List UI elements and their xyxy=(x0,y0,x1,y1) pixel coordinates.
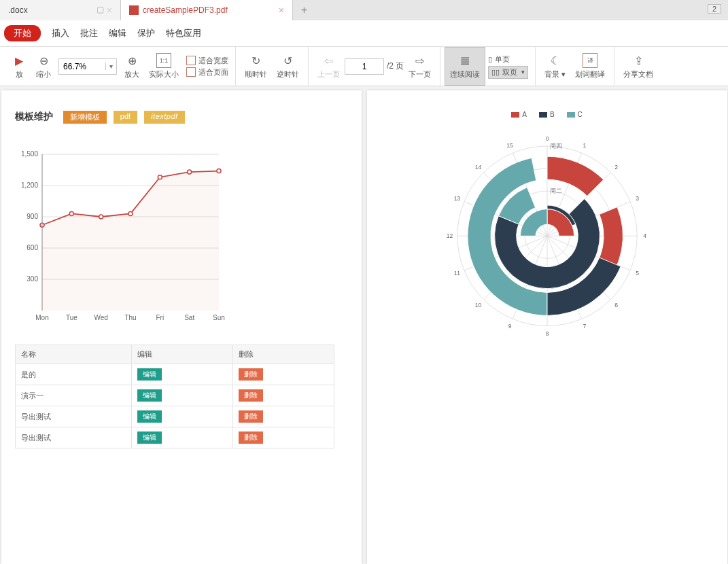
pdf-icon xyxy=(129,5,139,15)
menu-start[interactable]: 开始 xyxy=(4,25,41,41)
svg-text:Sun: Sun xyxy=(213,314,225,321)
chevron-down-icon[interactable]: ▾ xyxy=(521,69,525,75)
svg-text:Sat: Sat xyxy=(184,314,194,321)
svg-point-15 xyxy=(187,170,191,174)
moon-icon: ☾ xyxy=(548,53,563,68)
svg-point-14 xyxy=(158,175,162,179)
document-viewport[interactable]: 模板维护 新增模板 pdf itextpdf 3006009001,2001,5… xyxy=(0,86,728,564)
background-button[interactable]: ☾背景 ▾ xyxy=(540,47,570,86)
zoom-select[interactable]: ▾ xyxy=(58,58,117,75)
edit-button[interactable]: 编辑 xyxy=(137,410,162,423)
document-tab-bar: .docx ▢ × createSamplePDF3.pdf × + 2 xyxy=(0,0,728,20)
menu-protect[interactable]: 保护 xyxy=(137,27,155,39)
svg-text:1: 1 xyxy=(583,142,586,149)
double-page-icon: ▯▯ xyxy=(491,68,500,77)
svg-text:8: 8 xyxy=(545,330,549,337)
table-row: 是的编辑删除 xyxy=(15,364,334,385)
svg-text:0: 0 xyxy=(545,135,549,142)
rotate-cw-icon: ↻ xyxy=(249,53,264,68)
menu-bar: 开始 插入 批注 编辑 保护 特色应用 xyxy=(0,20,728,47)
rotate-cw-button[interactable]: ↻顺时针 xyxy=(240,47,272,86)
svg-text:10: 10 xyxy=(474,302,481,309)
zoom-out-button[interactable]: ⊖缩小 xyxy=(31,47,56,86)
svg-text:15: 15 xyxy=(506,142,513,149)
close-icon[interactable]: × xyxy=(107,5,112,16)
menu-comment[interactable]: 批注 xyxy=(80,27,98,39)
table-header: 删除 xyxy=(232,345,334,364)
fit-width-button[interactable]: 适合宽度 xyxy=(186,56,228,66)
svg-text:6: 6 xyxy=(614,302,618,309)
svg-text:1,500: 1,500 xyxy=(20,150,37,158)
legend-item: C xyxy=(567,111,583,118)
table-header: 编辑 xyxy=(131,345,232,364)
continuous-icon: 𝌆 xyxy=(457,53,472,68)
table-row: 导出测试编辑删除 xyxy=(15,427,334,448)
share-button[interactable]: ⇪分享文档 xyxy=(619,47,658,86)
rotate-ccw-icon: ↺ xyxy=(281,53,296,68)
svg-text:2: 2 xyxy=(614,164,618,171)
delete-button[interactable]: 删除 xyxy=(239,368,263,381)
close-icon[interactable]: × xyxy=(279,5,284,16)
edit-button[interactable]: 编辑 xyxy=(137,389,162,402)
single-page-button[interactable]: ▯单页 xyxy=(488,54,528,65)
fit-width-icon xyxy=(186,56,196,65)
svg-point-13 xyxy=(128,211,133,215)
svg-text:12: 12 xyxy=(446,232,453,239)
page-number-input[interactable] xyxy=(345,58,384,75)
prev-page-button[interactable]: ⇦上一页 xyxy=(313,47,345,86)
chevron-down-icon[interactable]: ▾ xyxy=(105,63,116,70)
fit-page-button[interactable]: 适合页面 xyxy=(186,67,228,77)
svg-text:13: 13 xyxy=(453,195,460,202)
actual-size-button[interactable]: 1:1实际大小 xyxy=(144,47,184,86)
edit-button[interactable]: 编辑 xyxy=(137,431,162,444)
new-tab-button[interactable]: + xyxy=(292,0,315,20)
svg-text:14: 14 xyxy=(474,164,481,171)
svg-text:300: 300 xyxy=(27,275,38,283)
zoom-in-icon: ⊕ xyxy=(124,53,139,68)
svg-text:Thu: Thu xyxy=(124,314,136,321)
legend-item: A xyxy=(511,111,527,118)
svg-text:1,200: 1,200 xyxy=(20,181,37,189)
svg-text:5: 5 xyxy=(636,270,639,277)
zoom-in-button[interactable]: ⊕放大 xyxy=(120,47,144,86)
delete-button[interactable]: 删除 xyxy=(239,431,263,444)
zoom-input[interactable] xyxy=(59,62,105,71)
svg-text:Wed: Wed xyxy=(94,314,107,321)
share-icon: ⇪ xyxy=(631,53,646,68)
line-chart: 3006009001,2001,500MonTueWedThuFriSatSun xyxy=(15,141,226,331)
svg-text:Tue: Tue xyxy=(65,314,77,321)
svg-point-16 xyxy=(217,169,221,173)
open-count-badge: 2 xyxy=(708,4,721,14)
double-page-button[interactable]: ▯▯双页▾ xyxy=(488,66,528,79)
svg-point-12 xyxy=(99,215,103,219)
tab-docx[interactable]: .docx ▢ × xyxy=(0,0,121,20)
play-button[interactable]: ▶放 xyxy=(7,47,31,86)
legend-item: B xyxy=(539,111,555,118)
table-row: 演示一编辑删除 xyxy=(15,385,334,406)
edit-button[interactable]: 编辑 xyxy=(137,368,162,381)
play-icon: ▶ xyxy=(12,53,27,68)
page-total: /2 页 xyxy=(387,60,404,72)
fit-page-icon xyxy=(186,67,196,77)
delete-button[interactable]: 删除 xyxy=(239,389,263,402)
continuous-reading-button[interactable]: 𝌆连续阅读 xyxy=(445,47,485,86)
svg-text:600: 600 xyxy=(27,244,38,251)
svg-text:900: 900 xyxy=(27,213,38,220)
delete-button[interactable]: 删除 xyxy=(239,410,263,423)
svg-text:11: 11 xyxy=(453,270,460,277)
svg-text:周四: 周四 xyxy=(549,143,561,149)
template-table: 名称编辑删除 是的编辑删除演示一编辑删除导出测试编辑删除导出测试编辑删除 xyxy=(15,345,334,448)
svg-point-11 xyxy=(69,211,73,215)
tab-label: .docx xyxy=(8,5,28,15)
next-page-button[interactable]: ⇨下一页 xyxy=(404,47,436,86)
menu-edit[interactable]: 编辑 xyxy=(109,27,126,39)
rotate-ccw-button[interactable]: ↺逆时针 xyxy=(272,47,304,86)
arrow-right-icon: ⇨ xyxy=(413,53,428,68)
tab-pdf-active[interactable]: createSamplePDF3.pdf × xyxy=(121,0,292,20)
page-title: 模板维护 xyxy=(15,111,53,122)
menu-special[interactable]: 特色应用 xyxy=(166,27,201,39)
ratio-icon: 1:1 xyxy=(156,53,171,68)
translate-button[interactable]: 译划词翻译 xyxy=(570,47,610,86)
menu-insert[interactable]: 插入 xyxy=(52,27,69,39)
minimize-icon[interactable]: ▢ xyxy=(97,5,104,16)
